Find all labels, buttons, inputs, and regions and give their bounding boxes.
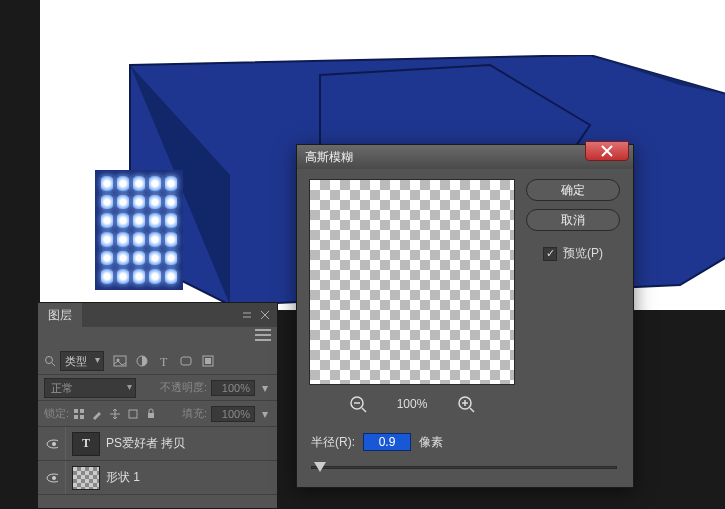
layers-tabbar: 图层	[38, 303, 277, 327]
lock-paint-icon[interactable]	[91, 408, 103, 420]
shape-filter-icon[interactable]	[178, 353, 194, 369]
opacity-value[interactable]: 100%	[211, 380, 255, 396]
checkbox-icon: ✓	[543, 247, 557, 261]
layers-filter-row: 类型 T	[38, 347, 277, 375]
artwork-led-panel	[95, 170, 183, 290]
visibility-toggle[interactable]	[38, 461, 66, 494]
layer-name[interactable]: PS爱好者 拷贝	[106, 435, 185, 452]
svg-rect-17	[148, 413, 154, 418]
adjust-filter-icon[interactable]	[134, 353, 150, 369]
blend-row: 正常 不透明度: 100% ▾	[38, 375, 277, 401]
close-icon[interactable]	[259, 309, 271, 321]
zoom-percent: 100%	[397, 397, 428, 411]
smart-filter-icon[interactable]	[200, 353, 216, 369]
tab-layers[interactable]: 图层	[38, 303, 82, 327]
layer-row[interactable]: 形状 1	[38, 461, 277, 495]
chevron-down-icon[interactable]: ▾	[259, 382, 271, 394]
radius-unit: 像素	[419, 434, 443, 451]
lock-position-icon[interactable]	[109, 408, 121, 420]
collapse-icon[interactable]	[241, 309, 253, 321]
ok-button[interactable]: 确定	[526, 179, 620, 201]
layer-thumb-text[interactable]: T	[72, 432, 100, 456]
lock-pixels-icon[interactable]	[73, 408, 85, 420]
close-button[interactable]	[585, 141, 629, 161]
lock-all-icon[interactable]	[145, 408, 157, 420]
svg-rect-16	[129, 410, 137, 418]
layers-panel: 图层 类型 T 正常 不透明度: 100% ▾	[37, 302, 278, 509]
dialog-titlebar[interactable]: 高斯模糊	[297, 145, 633, 169]
layers-menu-row	[38, 327, 277, 347]
gaussian-blur-dialog: 高斯模糊 100% 确定 取消 ✓ 预览(P)	[296, 144, 634, 488]
blend-mode-select[interactable]: 正常	[44, 378, 136, 398]
lock-label: 锁定:	[44, 406, 69, 421]
cancel-button[interactable]: 取消	[526, 209, 620, 231]
zoom-out-icon[interactable]	[349, 395, 367, 413]
menu-icon[interactable]	[255, 329, 271, 341]
text-filter-icon[interactable]: T	[156, 353, 172, 369]
svg-rect-12	[74, 409, 78, 413]
svg-rect-9	[181, 357, 191, 365]
svg-point-21	[52, 476, 56, 480]
svg-rect-15	[80, 415, 84, 419]
layer-row[interactable]: T PS爱好者 拷贝	[38, 427, 277, 461]
image-filter-icon[interactable]	[112, 353, 128, 369]
svg-point-4	[46, 356, 53, 363]
radius-input[interactable]	[363, 433, 411, 451]
svg-rect-13	[80, 409, 84, 413]
layer-name[interactable]: 形状 1	[106, 469, 140, 486]
svg-rect-14	[74, 415, 78, 419]
preview-box[interactable]	[309, 179, 515, 385]
search-icon	[44, 355, 56, 367]
layers-list: T PS爱好者 拷贝 形状 1	[38, 427, 277, 495]
opacity-label: 不透明度:	[160, 380, 207, 395]
dialog-title: 高斯模糊	[305, 149, 353, 166]
preview-label: 预览(P)	[563, 245, 603, 262]
layer-thumb-shape[interactable]	[72, 466, 100, 490]
zoom-in-icon[interactable]	[457, 395, 475, 413]
filter-type-select[interactable]: 类型	[60, 351, 104, 371]
svg-text:T: T	[160, 355, 168, 368]
chevron-down-icon[interactable]: ▾	[259, 408, 271, 420]
radius-label: 半径(R):	[311, 434, 355, 451]
svg-rect-5	[114, 356, 126, 366]
eye-icon	[46, 438, 58, 450]
svg-point-19	[52, 442, 56, 446]
slider-thumb[interactable]	[314, 462, 326, 472]
lock-row: 锁定: 填充: 100% ▾	[38, 401, 277, 427]
fill-label: 填充:	[182, 406, 207, 421]
radius-slider[interactable]	[311, 466, 617, 469]
fill-value[interactable]: 100%	[211, 406, 255, 422]
lock-artboard-icon[interactable]	[127, 408, 139, 420]
preview-checkbox[interactable]: ✓ 预览(P)	[543, 245, 603, 262]
svg-rect-11	[205, 358, 211, 364]
visibility-toggle[interactable]	[38, 427, 66, 460]
eye-icon	[46, 472, 58, 484]
